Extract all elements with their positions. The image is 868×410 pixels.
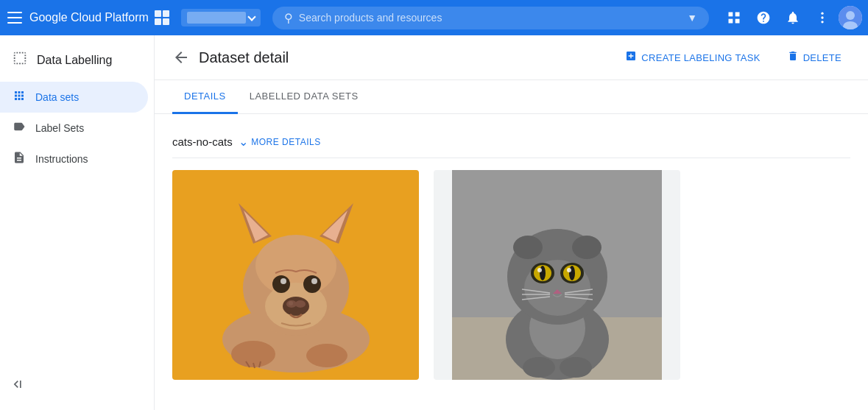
- data-sets-icon: [12, 89, 27, 105]
- delete-label: DELETE: [803, 52, 841, 63]
- expand-icon[interactable]: ▼: [687, 12, 697, 24]
- svg-point-25: [272, 275, 290, 293]
- sidebar-item-instructions[interactable]: Instructions: [0, 144, 148, 174]
- notifications-icon[interactable]: [780, 4, 806, 31]
- more-details-button[interactable]: ⌄ MORE DETAILS: [239, 135, 321, 149]
- instructions-icon: [12, 151, 27, 167]
- menu-icon[interactable]: [6, 9, 24, 26]
- svg-point-50: [537, 268, 542, 272]
- svg-rect-10: [20, 381, 21, 388]
- search-bar: ⚲ ▼: [272, 7, 709, 29]
- svg-rect-1: [735, 13, 740, 17]
- app-body: Data Labelling Data sets Label Sets Inst…: [0, 35, 868, 410]
- apps-grid-btn[interactable]: [721, 4, 747, 31]
- header-actions: CREATE LABELING TASK DELETE: [616, 46, 850, 69]
- delete-button[interactable]: DELETE: [778, 46, 850, 69]
- sidebar-item-label-label-sets: Label Sets: [35, 122, 84, 134]
- avatar[interactable]: [839, 6, 862, 29]
- project-selector[interactable]: [181, 9, 261, 26]
- svg-rect-0: [729, 13, 733, 17]
- svg-point-4: [821, 13, 823, 15]
- collapse-sidebar-btn[interactable]: [6, 374, 27, 398]
- sidebar-item-label-data-sets: Data sets: [35, 91, 79, 103]
- tab-details[interactable]: DETAILS: [172, 80, 238, 114]
- svg-point-28: [311, 278, 317, 284]
- content-area: cats-no-cats ⌄ MORE DETAILS: [155, 114, 868, 392]
- apps-icon[interactable]: [155, 10, 169, 25]
- help-icon[interactable]: [750, 4, 777, 31]
- project-name: [187, 12, 246, 24]
- dataset-name: cats-no-cats: [172, 135, 233, 148]
- cat-image: [434, 170, 680, 380]
- add-icon: [625, 50, 637, 65]
- search-icon: ⚲: [284, 11, 293, 25]
- sidebar-item-label-instructions: Instructions: [35, 153, 88, 165]
- svg-point-48: [540, 266, 546, 280]
- sidebar: Data Labelling Data sets Label Sets Inst…: [0, 35, 155, 410]
- back-button[interactable]: [172, 49, 190, 66]
- sidebar-header: Data Labelling: [0, 41, 154, 82]
- image-card-cat[interactable]: [434, 170, 680, 380]
- app-title: Google Cloud Platform: [29, 11, 149, 24]
- label-sets-icon: [12, 120, 27, 136]
- more-details-label: MORE DETAILS: [251, 137, 320, 147]
- image-card-dog[interactable]: [172, 170, 419, 380]
- svg-point-39: [560, 357, 592, 378]
- svg-point-41: [513, 236, 543, 259]
- svg-rect-2: [729, 19, 733, 24]
- create-labeling-task-label: CREATE LABELING TASK: [641, 52, 760, 63]
- tab-labelled-data-sets[interactable]: LABELLED DATA SETS: [238, 80, 370, 114]
- top-navigation: Google Cloud Platform ⚲ ▼: [0, 0, 868, 35]
- page-header: Dataset detail CREATE LABELING TASK DELE…: [155, 35, 868, 80]
- svg-point-6: [821, 21, 823, 23]
- create-labeling-task-button[interactable]: CREATE LABELING TASK: [616, 46, 769, 69]
- delete-icon: [787, 50, 799, 65]
- search-input[interactable]: [299, 12, 675, 24]
- nav-right: [721, 4, 862, 31]
- svg-point-27: [280, 278, 286, 284]
- svg-point-42: [572, 236, 601, 259]
- more-options-icon[interactable]: [809, 4, 836, 31]
- svg-point-26: [303, 275, 321, 293]
- svg-point-38: [523, 357, 555, 378]
- svg-point-31: [295, 300, 306, 308]
- svg-point-8: [846, 11, 855, 20]
- svg-point-49: [569, 266, 575, 280]
- sidebar-item-data-sets[interactable]: Data sets: [0, 82, 148, 113]
- main-content: Dataset detail CREATE LABELING TASK DELE…: [155, 35, 868, 410]
- sidebar-title: Data Labelling: [37, 54, 112, 67]
- dataset-name-row: cats-no-cats ⌄ MORE DETAILS: [172, 126, 850, 158]
- page-title: Dataset detail: [199, 49, 607, 66]
- chevron-down-icon: [247, 13, 255, 21]
- chevron-down-icon: ⌄: [239, 135, 249, 149]
- svg-rect-3: [735, 19, 740, 24]
- svg-point-14: [306, 344, 347, 367]
- dog-image: [172, 170, 419, 380]
- svg-point-51: [567, 268, 571, 272]
- sidebar-item-label-sets[interactable]: Label Sets: [0, 113, 148, 144]
- svg-point-29: [283, 297, 309, 316]
- tabs-bar: DETAILS LABELLED DATA SETS: [155, 80, 868, 114]
- images-grid: [172, 170, 850, 380]
- nav-left: Google Cloud Platform: [6, 9, 261, 26]
- svg-point-32: [289, 301, 293, 305]
- svg-point-5: [821, 16, 823, 18]
- sidebar-header-icon: [12, 50, 28, 70]
